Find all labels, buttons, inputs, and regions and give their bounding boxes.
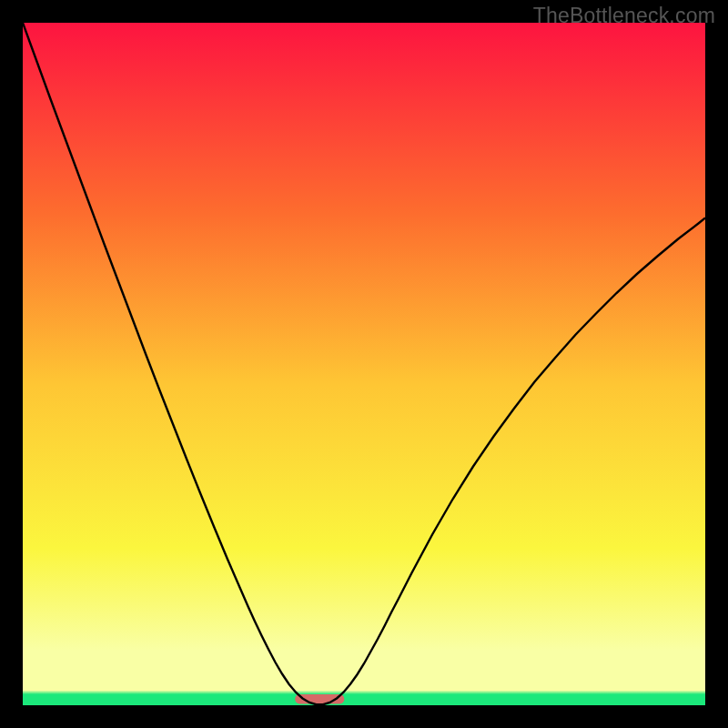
watermark-text: TheBottleneck.com (533, 4, 715, 28)
plot-area (23, 23, 705, 705)
plot-svg (23, 23, 705, 705)
gradient-background (23, 23, 705, 705)
chart-frame: TheBottleneck.com (0, 0, 728, 728)
